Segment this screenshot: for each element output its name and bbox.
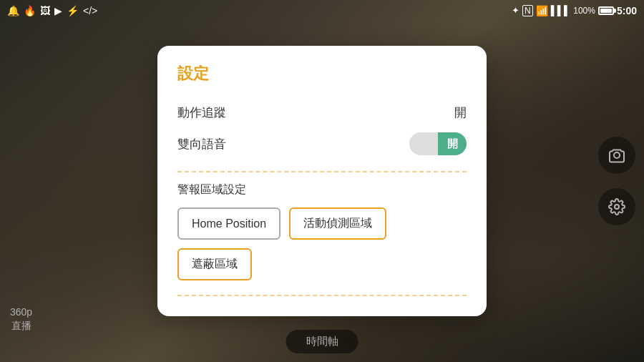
flame-icon: 🔥: [24, 5, 36, 16]
alert-zone-title: 警報區域設定: [177, 182, 467, 197]
bluetooth-icon: ✦: [512, 5, 519, 16]
home-position-button[interactable]: Home Position: [177, 207, 280, 240]
dialog-overlay: 設定 動作追蹤 開 雙向語音 開 警報區域設定 Home Position 活動…: [0, 0, 644, 362]
signal-icon: ▌▌▌: [551, 5, 571, 16]
audio-label: 雙向語音: [177, 136, 226, 152]
nfc-icon: N: [522, 5, 533, 16]
motion-tracking-label: 動作追蹤: [177, 104, 226, 121]
motion-tracking-row: 動作追蹤 開: [177, 99, 467, 127]
divider-bottom: [177, 295, 467, 296]
active-detection-button[interactable]: 活動偵測區域: [289, 207, 386, 240]
settings-dialog: 設定 動作追蹤 開 雙向語音 開 警報區域設定 Home Position 活動…: [157, 46, 487, 316]
audio-row: 雙向語音 開: [177, 127, 467, 161]
notification-icon: 🔔: [7, 5, 19, 16]
status-icons-right: ✦ N 📶 ▌▌▌ 100% 5:00: [512, 5, 637, 16]
audio-toggle[interactable]: 開: [409, 132, 467, 155]
alert-zone-buttons: Home Position 活動偵測區域 遮蔽區域: [177, 207, 467, 280]
status-bar: 🔔 🔥 🖼 ▶ ⚡ </> ✦ N 📶 ▌▌▌ 100% 5:00: [0, 0, 644, 21]
wifi-icon: 📶: [536, 5, 548, 16]
status-icons-left: 🔔 🔥 🖼 ▶ ⚡ </>: [7, 5, 97, 16]
status-time: 5:00: [617, 5, 637, 16]
code-icon: </>: [83, 5, 97, 16]
play-icon: ▶: [54, 5, 62, 16]
divider-top: [177, 171, 467, 172]
cover-zone-button[interactable]: 遮蔽區域: [177, 248, 252, 280]
image-icon: 🖼: [40, 5, 50, 16]
motion-tracking-value: 開: [454, 104, 467, 121]
usb-icon: ⚡: [67, 5, 79, 16]
battery-icon: [598, 6, 614, 15]
toggle-on: 開: [438, 132, 467, 155]
battery-level: 100%: [573, 6, 595, 16]
dialog-title: 設定: [177, 63, 467, 84]
toggle-off: [409, 132, 438, 155]
